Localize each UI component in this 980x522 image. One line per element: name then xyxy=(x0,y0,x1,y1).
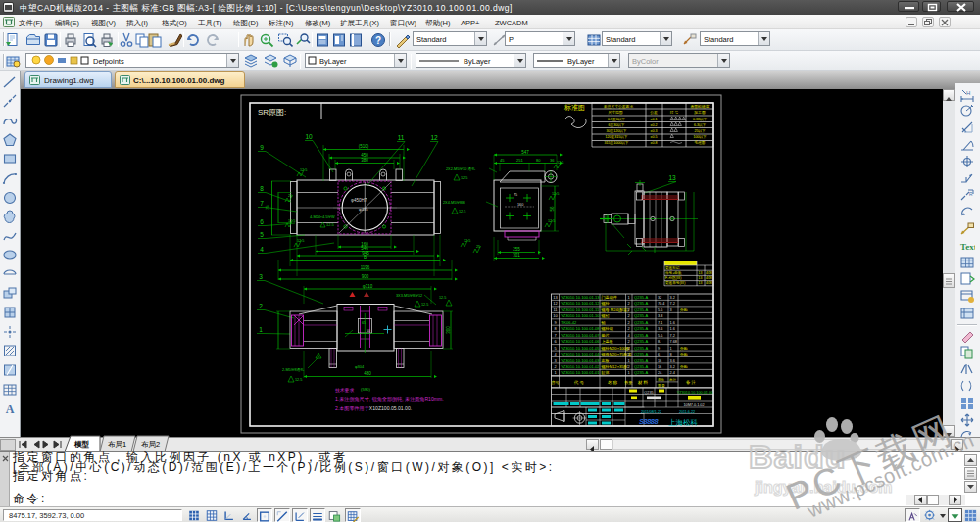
svg-text:2X2-M5深10 通孔: 2X2-M5深10 通孔 xyxy=(446,166,475,171)
svg-text:12.5: 12.5 xyxy=(548,219,555,223)
svg-text:45: 45 xyxy=(500,158,505,163)
svg-text:255: 255 xyxy=(513,247,520,252)
svg-text:13: 13 xyxy=(699,276,703,280)
svg-text:12.5: 12.5 xyxy=(439,296,446,300)
svg-text:1.6: 1.6 xyxy=(670,321,675,325)
svg-text:2: 2 xyxy=(259,303,263,309)
svg-text:480: 480 xyxy=(364,371,371,376)
svg-text:4: 4 xyxy=(627,333,630,338)
svg-text:1.未注倒角尺寸, 锐角全部倒钝, 未注圆角R10mm.: 1.未注倒角尺寸, 锐角全部倒钝, 未注圆角R10mm. xyxy=(335,396,444,403)
svg-text:16: 16 xyxy=(658,359,662,363)
svg-text:布局2: 布局2 xyxy=(141,440,160,449)
svg-text:12: 12 xyxy=(553,301,558,306)
svg-text:A: A xyxy=(6,403,15,416)
svg-text:螺栓组: 螺栓组 xyxy=(602,326,614,331)
svg-text:未注尺寸公差要求: 未注尺寸公差要求 xyxy=(604,104,634,109)
svg-text:销: 销 xyxy=(601,320,606,325)
svg-text:7.1: 7.1 xyxy=(658,321,662,325)
svg-text:螺栓: 螺栓 xyxy=(602,301,610,306)
svg-text:70.4: 70.4 xyxy=(658,302,664,306)
svg-text:50: 50 xyxy=(367,329,370,333)
svg-text:2: 2 xyxy=(627,364,630,369)
svg-text:门盖组件: 门盖组件 xyxy=(602,295,617,300)
svg-text:2-M5深8通孔: 2-M5深8通孔 xyxy=(282,367,304,372)
svg-text:12.5: 12.5 xyxy=(421,303,428,307)
svg-text:8: 8 xyxy=(260,185,264,192)
svg-text:YZ3010.10.100.01-13: YZ3010.10.100.01-13 xyxy=(561,295,600,300)
svg-text:(510): (510) xyxy=(359,144,369,149)
svg-text:Q235-A: Q235-A xyxy=(634,346,648,351)
svg-text:更改单号(日): 更改单号(日) xyxy=(665,280,685,285)
svg-text:2.本图零件用于X10Z100.05.01.00.: 2.本图零件用于X10Z100.05.01.00. xyxy=(335,405,412,412)
svg-text:φ435: φ435 xyxy=(359,207,368,212)
svg-text:1: 1 xyxy=(627,358,630,363)
svg-text:备 注: 备 注 xyxy=(686,380,697,385)
svg-text:3.6: 3.6 xyxy=(670,359,675,363)
svg-text:单件: 单件 xyxy=(658,378,664,382)
svg-text:加工面: 加工面 xyxy=(693,110,706,115)
svg-text:9: 9 xyxy=(658,347,660,351)
svg-text:8: 8 xyxy=(554,326,557,331)
svg-text:13: 13 xyxy=(699,271,703,275)
svg-text:450: 450 xyxy=(361,153,368,158)
svg-text:5: 5 xyxy=(554,346,557,351)
svg-text:9: 9 xyxy=(554,320,557,325)
svg-text:Q235-A: Q235-A xyxy=(634,352,648,356)
svg-text:R: R xyxy=(969,191,973,197)
svg-text:12.5: 12.5 xyxy=(300,168,307,172)
svg-text:3.2: 3.2 xyxy=(670,296,675,300)
svg-text:12.5: 12.5 xyxy=(552,192,559,196)
svg-text:25: 25 xyxy=(288,194,292,198)
svg-text:9: 9 xyxy=(260,144,264,151)
svg-text:±0.1: ±0.1 xyxy=(651,118,658,121)
svg-text:±0.5: ±0.5 xyxy=(651,135,658,139)
svg-text:螺母 M24(配套): 螺母 M24(配套) xyxy=(602,308,630,313)
svg-text:名 称: 名 称 xyxy=(608,380,618,385)
svg-text:YZ3010.10.100.01.00: YZ3010.10.100.01.00 xyxy=(677,391,713,395)
svg-text:3: 3 xyxy=(259,273,263,280)
svg-text:25以下: 25以下 xyxy=(694,129,706,133)
svg-text:24.: 24. xyxy=(658,371,662,375)
svg-text:8.: 8. xyxy=(658,340,661,344)
svg-text:7: 7 xyxy=(260,200,264,207)
svg-text:Q235-A: Q235-A xyxy=(634,326,648,331)
svg-text:4: 4 xyxy=(554,352,557,356)
svg-text:?: ? xyxy=(375,35,381,46)
svg-text:25: 25 xyxy=(476,245,480,249)
svg-text:13: 13 xyxy=(668,174,676,181)
svg-text:0.38以下: 0.38以下 xyxy=(693,118,708,121)
svg-text:布局1: 布局1 xyxy=(108,440,126,449)
svg-text:100以下: 100以下 xyxy=(693,135,707,139)
svg-text:数量: 数量 xyxy=(625,380,633,385)
svg-text:Q235-A: Q235-A xyxy=(634,320,648,325)
svg-text:2011/08/1-22: 2011/08/1-22 xyxy=(641,410,662,414)
svg-text:1.6: 1.6 xyxy=(670,327,675,331)
svg-text:YZ3010.10.100.01-06: YZ3010.10.100.01-06 xyxy=(561,339,600,344)
svg-text:YZ3010.10.100.01-03: YZ3010.10.100.01-03 xyxy=(561,358,600,363)
svg-text:7.68: 7.68 xyxy=(670,340,677,344)
svg-text:251: 251 xyxy=(516,158,523,163)
svg-text:12.5: 12.5 xyxy=(295,378,302,382)
svg-text:3.6: 3.6 xyxy=(658,327,662,331)
svg-text:2: 2 xyxy=(627,326,630,331)
svg-text:30至120以下: 30至120以下 xyxy=(607,128,627,133)
svg-text:5.5: 5.5 xyxy=(658,308,662,312)
svg-text:Q235: Q235 xyxy=(644,391,653,395)
svg-text:1: 1 xyxy=(554,370,557,375)
svg-text:4/18: 4/18 xyxy=(706,271,712,275)
svg-text:YZ3010.10.100.01-07: YZ3010.10.100.01-07 xyxy=(561,333,600,338)
svg-text:外购: 外购 xyxy=(680,346,688,351)
svg-text:380: 380 xyxy=(361,158,368,163)
svg-text:缸体: 缸体 xyxy=(602,370,610,375)
svg-text:3.3: 3.3 xyxy=(658,314,662,318)
svg-text:(590): (590) xyxy=(361,387,370,392)
svg-text:5: 5 xyxy=(260,231,264,238)
svg-text:12.5: 12.5 xyxy=(288,219,295,223)
svg-text:36: 36 xyxy=(550,158,555,163)
svg-text:Q235-A: Q235-A xyxy=(634,301,648,306)
svg-text:12.5: 12.5 xyxy=(297,239,304,243)
svg-text:3: 3 xyxy=(554,358,557,363)
svg-text:Q235-A: Q235-A xyxy=(634,339,648,344)
svg-text:螺钉: 螺钉 xyxy=(602,313,611,318)
svg-text:外购: 外购 xyxy=(680,308,688,312)
